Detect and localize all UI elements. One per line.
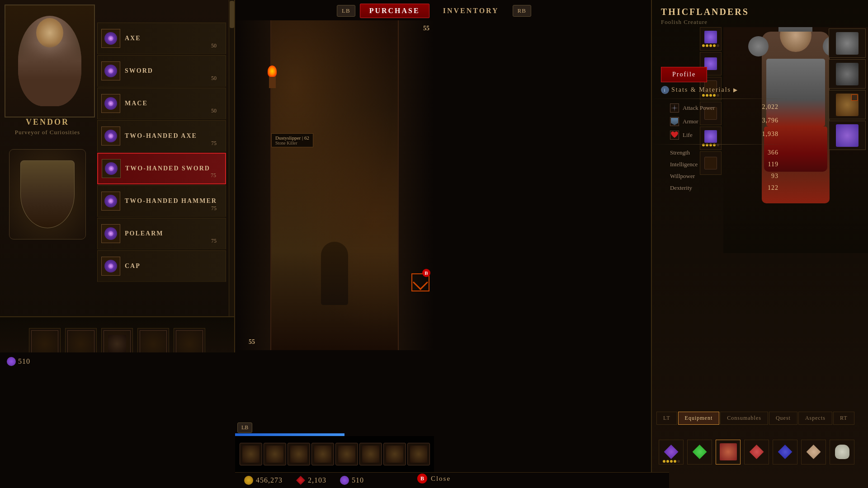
hud-btn-1[interactable] <box>240 443 262 465</box>
bottom-currency-bar: 456,273 2,103 510 <box>235 472 669 488</box>
stat-row-dexterity: Dexterity 122 <box>652 182 788 194</box>
profile-button[interactable]: Profile <box>661 67 707 82</box>
inventory-tab[interactable]: INVENTORY <box>434 4 508 18</box>
heart-icon <box>670 131 679 140</box>
char-helmet <box>778 27 812 32</box>
equip-grid-item-7[interactable] <box>830 440 854 465</box>
quest-tab[interactable]: Quest <box>769 412 797 425</box>
chest-item <box>836 63 859 85</box>
equip-helm-slot[interactable] <box>700 27 722 51</box>
life-label: Life <box>670 131 693 140</box>
shield-icon <box>670 117 679 126</box>
item-cap[interactable]: CAP <box>97 250 226 282</box>
magic-eye-icon-4 <box>104 130 117 142</box>
lb-button[interactable]: LB <box>337 5 355 17</box>
hud-btn-3[interactable] <box>288 443 310 465</box>
red-item <box>720 443 737 460</box>
item-sword-name: SWORD <box>125 67 153 75</box>
gold-amount: 456,273 <box>256 476 283 484</box>
item-two-handed-axe[interactable]: TWO-HANDED AXE 75 <box>97 120 226 152</box>
lb-game-button[interactable]: LB <box>237 422 252 433</box>
item-two-handed-sword-name: TWO-HANDED SWORD <box>125 165 210 172</box>
hud-btn-6[interactable] <box>359 443 382 465</box>
hud-btn-4[interactable] <box>311 443 334 465</box>
dexterity-label: Dexterity <box>670 184 692 192</box>
equip-slot-shoulder[interactable] <box>829 28 866 58</box>
vendor-title: VENDOR <box>0 117 95 127</box>
equip-slot-chest[interactable] <box>829 59 866 89</box>
hud-btn-7[interactable] <box>383 443 406 465</box>
lt-tab[interactable]: LT <box>656 412 677 425</box>
armor-label: Armor <box>670 117 698 126</box>
info-icon[interactable]: i <box>661 86 669 94</box>
npc-label: Dustyslipper | 62 Stone Killer <box>271 133 313 147</box>
bottom-hud <box>235 436 434 472</box>
item-mace-icon <box>101 94 120 113</box>
item-two-handed-axe-name: TWO-HANDED AXE <box>125 132 197 140</box>
magic-eye-icon-6 <box>104 195 117 207</box>
d1 <box>663 460 665 463</box>
legs-item <box>836 94 859 116</box>
d5 <box>677 460 680 463</box>
item-sword[interactable]: SWORD 50 <box>97 55 226 87</box>
item-polearm-price: 75 <box>211 238 217 244</box>
heart-shape <box>671 131 678 139</box>
hud-btn-5[interactable] <box>335 443 358 465</box>
shoulder-item <box>836 32 859 55</box>
d4 <box>674 460 676 463</box>
equip-grid-item-3[interactable] <box>716 440 741 465</box>
game-world: Dustyslipper | 62 Stone Killer 55 55 B <box>235 20 434 350</box>
rt-tab[interactable]: RT <box>833 412 854 425</box>
consumables-tab[interactable]: Consumables <box>720 412 768 425</box>
wall-right <box>398 20 434 350</box>
equip-grid-item-4[interactable] <box>744 440 769 465</box>
top-navigation: LB PURCHASE INVENTORY RB <box>328 0 540 22</box>
hud-btn-2[interactable] <box>264 443 286 465</box>
equip-slot-boots[interactable] <box>829 121 866 150</box>
equip-grid-item-6[interactable] <box>801 440 826 465</box>
close-label: Close <box>431 475 451 483</box>
vendor-info: VENDOR Purveyor of Curiosities <box>0 117 95 136</box>
dexterity-value: 122 <box>768 184 778 192</box>
purchase-tab[interactable]: PURCHASE <box>360 4 429 18</box>
magic-eye-icon-8 <box>104 260 117 272</box>
item-axe[interactable]: AXE 50 <box>97 23 226 54</box>
npc-name: Dustyslipper | 62 <box>275 135 309 141</box>
npc-title: Stone Killer <box>275 141 309 145</box>
equip-grid-item-2[interactable] <box>687 440 712 465</box>
item-list: AXE 50 SWORD 50 MACE 50 TWO-HANDED AXE 7… <box>97 23 234 316</box>
item-mace[interactable]: MACE 50 <box>97 88 226 119</box>
item-two-handed-hammer[interactable]: TWO-HANDED HAMMER 75 <box>97 185 226 217</box>
gem-green <box>693 445 707 459</box>
aspects-tab[interactable]: Aspects <box>798 412 832 425</box>
character-description: Foolish Creature <box>652 19 868 26</box>
blood-amount: 2,103 <box>308 476 326 484</box>
helm-dots <box>702 44 719 47</box>
stats-panel: THICFLANDERS Foolish Creature <box>651 0 868 488</box>
item-axe-price: 50 <box>211 42 217 49</box>
hud-btn-8[interactable] <box>407 443 430 465</box>
item-two-handed-hammer-price: 75 <box>211 205 217 212</box>
equip-slot-legs[interactable] <box>829 90 866 119</box>
gem-darkblue <box>778 445 793 459</box>
equip-grid-item-5[interactable] <box>773 440 797 465</box>
item-polearm[interactable]: POLEARM 75 <box>97 218 226 249</box>
attack-icon <box>413 275 428 290</box>
equipment-tab[interactable]: Equipment <box>678 412 720 425</box>
stats-section-title[interactable]: i Stats & Materials ▶ <box>652 84 788 96</box>
attack-power-value: 2,022 <box>762 103 779 113</box>
gem-purple-1 <box>664 445 679 459</box>
item-two-handed-axe-icon <box>101 127 120 145</box>
stat-row-willpower: Willpower 93 <box>652 170 788 182</box>
item-two-handed-sword[interactable]: TWO-HANDED SWORD 75 <box>97 153 226 184</box>
close-button[interactable]: B Close <box>417 474 451 483</box>
obols-icon <box>340 476 349 485</box>
intelligence-label: Intelligence <box>670 161 698 168</box>
equip-grid-item-1[interactable] <box>659 440 684 465</box>
vendor-wrap <box>18 16 81 106</box>
obols-amount: 510 <box>352 476 364 484</box>
rb-button[interactable]: RB <box>513 5 531 17</box>
currency-obols-icon <box>7 357 16 366</box>
char-shoulder-left <box>748 36 769 56</box>
shield-shape <box>671 118 678 125</box>
